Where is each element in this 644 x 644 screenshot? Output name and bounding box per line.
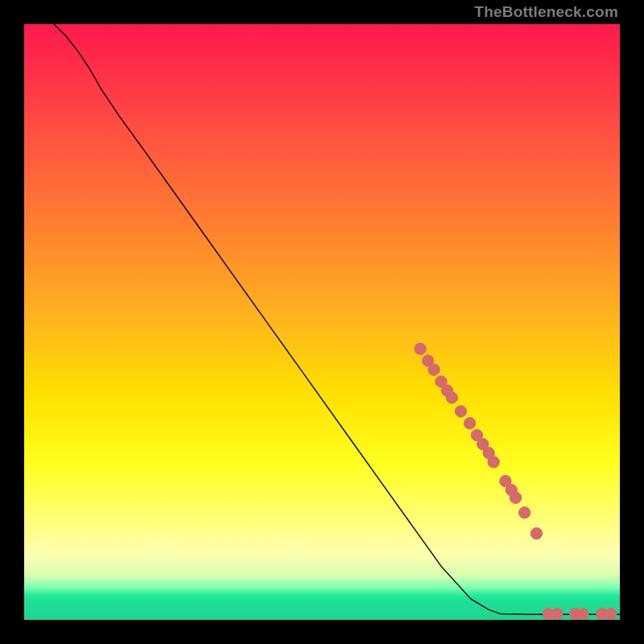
watermark-text: TheBottleneck.com bbox=[474, 3, 618, 21]
plot-background bbox=[24, 24, 620, 620]
chart-root: TheBottleneck.com bbox=[0, 0, 644, 644]
